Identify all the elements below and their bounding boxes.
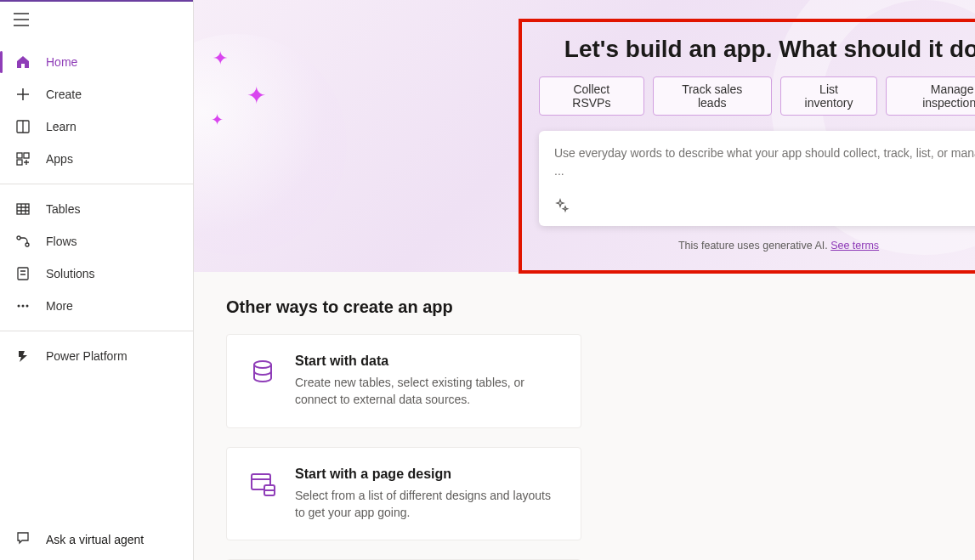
more-icon [15,298,31,314]
suggestion-chips: Collect RSVPs Track sales leads List inv… [539,76,975,116]
sidebar-item-label: Tables [46,202,80,216]
svg-point-6 [26,243,29,246]
divider [0,331,193,331]
sidebar-item-learn[interactable]: Learn [0,110,193,143]
sidebar-item-create[interactable]: Create [0,78,193,110]
sidebar-item-label: Power Platform [46,349,128,363]
hamburger-button[interactable] [0,0,193,41]
ask-agent-label: Ask a virtual agent [46,533,144,546]
prompt-placeholder: Use everyday words to describe what your… [554,144,975,182]
hero-highlighted-box: Let's build an app. What should it do? C… [519,19,975,274]
card-start-with-data[interactable]: Start with data Create new tables, selec… [226,334,581,428]
sidebar-item-label: Home [46,55,77,69]
page-design-icon [247,470,278,501]
svg-rect-4 [17,204,29,214]
other-heading: Other ways to create an app [226,297,943,317]
card-desc: Select from a list of different designs … [295,487,560,522]
power-platform-icon [15,348,31,364]
chip-manage-inspections[interactable]: Manage inspections [886,76,975,116]
svg-point-9 [22,305,25,308]
terms-text: This feature uses generative AI. See ter… [539,240,975,252]
svg-point-5 [17,236,20,240]
svg-rect-3 [17,160,22,165]
sidebar-item-label: Apps [46,152,73,166]
see-terms-link[interactable]: See terms [830,240,879,252]
prompt-input-box[interactable]: Use everyday words to describe what your… [539,131,975,226]
hero-title: Let's build an app. What should it do? [539,36,975,63]
sidebar-item-solutions[interactable]: Solutions [0,257,193,290]
card-start-with-page-design[interactable]: Start with a page design Select from a l… [226,447,581,541]
sidebar-item-more[interactable]: More [0,290,193,322]
solutions-icon [15,266,31,281]
other-ways-section: Other ways to create an app Start with d… [194,272,975,560]
sparkle-icon[interactable] [554,198,570,217]
sidebar-item-power-platform[interactable]: Power Platform [0,340,193,372]
svg-rect-7 [18,268,28,280]
sidebar-item-label: Create [46,88,82,101]
svg-point-10 [26,305,29,308]
svg-point-8 [18,305,20,308]
database-icon [247,357,278,387]
main-content: ✦ ✦ ✦ Let's build an app. What should it… [194,0,975,560]
card-title: Start with data [295,354,560,369]
sidebar-item-flows[interactable]: Flows [0,225,193,257]
sidebar-item-tables[interactable]: Tables [0,193,193,225]
chip-track-sales[interactable]: Track sales leads [653,76,772,116]
hamburger-icon [14,12,29,27]
card-title: Start with a page design [295,467,560,482]
apps-icon [15,151,31,167]
sidebar: Home Create Learn Apps Tables [0,0,194,560]
svg-rect-2 [24,153,29,158]
plus-icon [15,87,31,102]
sidebar-item-home[interactable]: Home [0,46,193,78]
sidebar-item-label: Flows [46,235,77,248]
sidebar-item-label: More [46,299,73,313]
chat-icon [15,530,31,548]
chip-list-inventory[interactable]: List inventory [780,76,878,116]
ask-virtual-agent[interactable]: Ask a virtual agent [0,518,193,560]
book-icon [15,119,31,134]
sidebar-item-apps[interactable]: Apps [0,143,193,175]
chip-collect-rsvps[interactable]: Collect RSVPs [539,76,644,116]
divider [0,184,193,184]
sidebar-item-label: Solutions [46,267,95,280]
svg-point-11 [254,361,271,368]
table-icon [15,201,31,217]
svg-rect-1 [17,153,22,158]
card-desc: Create new tables, select existing table… [295,374,560,409]
home-icon [15,54,31,70]
sidebar-item-label: Learn [46,120,77,133]
flow-icon [15,234,31,249]
